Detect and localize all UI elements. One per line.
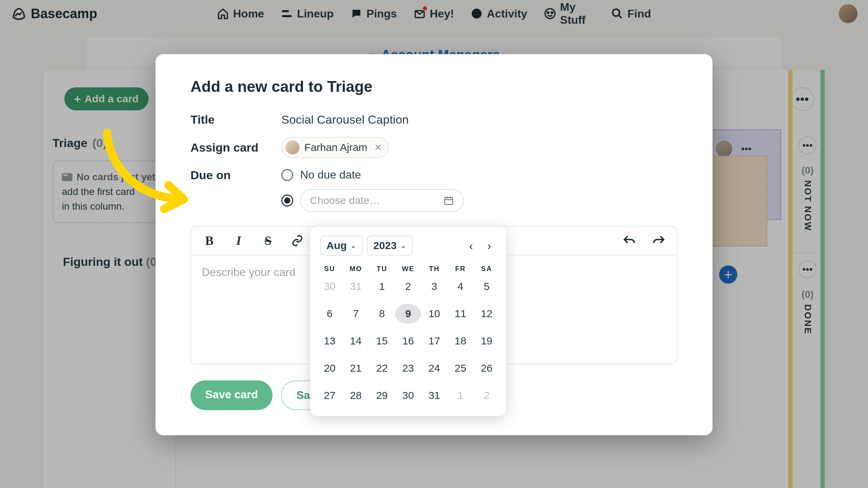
strike-button[interactable]: S xyxy=(260,233,276,248)
chevron-down-icon: ⌄ xyxy=(400,241,406,250)
day-cell[interactable]: 26 xyxy=(473,358,500,378)
dow-cell: TH xyxy=(421,265,447,273)
day-cell[interactable]: 5 xyxy=(473,276,500,297)
due-label: Due on xyxy=(190,168,281,182)
date-picker-header: Aug⌄ 2023⌄ ‹ › xyxy=(317,235,500,261)
prev-month-button[interactable]: ‹ xyxy=(464,239,478,253)
day-cell[interactable]: 12 xyxy=(473,304,500,324)
days-grid: 3031123456789101112131415161718192021222… xyxy=(317,276,500,406)
day-cell[interactable]: 2 xyxy=(395,276,421,297)
assignee-chip-avatar xyxy=(285,140,299,154)
day-cell[interactable]: 1 xyxy=(369,276,395,297)
day-cell[interactable]: 10 xyxy=(421,304,447,324)
day-cell[interactable]: 29 xyxy=(369,385,395,406)
day-cell[interactable]: 4 xyxy=(447,276,473,297)
day-cell[interactable]: 2 xyxy=(473,385,500,406)
radio-unchecked-icon xyxy=(281,169,293,181)
day-cell[interactable]: 31 xyxy=(343,276,369,297)
radio-choose-date[interactable]: Choose date… xyxy=(281,189,464,212)
next-month-button[interactable]: › xyxy=(482,239,496,253)
day-of-week-header: SUMOTUWETHFRSA xyxy=(317,261,500,276)
day-cell[interactable]: 21 xyxy=(343,358,369,378)
day-cell[interactable]: 28 xyxy=(343,385,369,406)
day-cell[interactable]: 23 xyxy=(395,358,421,378)
day-cell[interactable]: 18 xyxy=(447,331,473,351)
year-select[interactable]: 2023⌄ xyxy=(367,235,413,256)
date-picker: Aug⌄ 2023⌄ ‹ › SUMOTUWETHFRSA 3031123456… xyxy=(310,226,506,416)
modal-heading: Add a new card to Triage xyxy=(190,78,678,95)
bold-button[interactable]: B xyxy=(202,233,217,248)
title-input[interactable]: Social Carousel Caption xyxy=(281,113,409,126)
row-assign: Assign card Farhan Ajram ✕ xyxy=(190,137,678,158)
link-button[interactable] xyxy=(290,233,305,248)
day-cell[interactable]: 3 xyxy=(421,276,447,297)
day-cell[interactable]: 25 xyxy=(447,358,473,378)
dow-cell: WE xyxy=(395,265,421,273)
day-cell[interactable]: 1 xyxy=(447,385,473,406)
redo-button[interactable] xyxy=(651,233,666,248)
date-input[interactable]: Choose date… xyxy=(300,189,464,212)
italic-button[interactable]: I xyxy=(231,233,246,248)
radio-no-due-date[interactable]: No due date xyxy=(281,168,464,181)
dow-cell: TU xyxy=(369,265,395,273)
day-cell[interactable]: 11 xyxy=(447,304,473,324)
day-cell[interactable]: 6 xyxy=(317,304,343,324)
day-cell[interactable]: 19 xyxy=(473,331,500,351)
dow-cell: MO xyxy=(343,265,369,273)
month-select[interactable]: Aug⌄ xyxy=(320,235,363,256)
dow-cell: SA xyxy=(473,265,500,273)
date-placeholder: Choose date… xyxy=(310,195,380,206)
title-label: Title xyxy=(190,113,281,126)
save-card-button[interactable]: Save card xyxy=(190,380,273,410)
calendar-icon xyxy=(443,195,454,206)
day-cell[interactable]: 14 xyxy=(343,331,369,351)
dow-cell: FR xyxy=(447,265,473,273)
dow-cell: SU xyxy=(317,265,343,273)
undo-button[interactable] xyxy=(622,233,637,248)
assign-label: Assign card xyxy=(190,141,281,154)
day-cell[interactable]: 22 xyxy=(369,358,395,378)
day-cell[interactable]: 30 xyxy=(395,385,421,406)
chevron-down-icon: ⌄ xyxy=(350,241,356,250)
day-cell[interactable]: 7 xyxy=(343,304,369,324)
remove-assignee-icon[interactable]: ✕ xyxy=(374,142,382,153)
row-due: Due on No due date Choose date… xyxy=(190,168,678,212)
assignee-chip[interactable]: Farhan Ajram ✕ xyxy=(281,137,389,158)
day-cell[interactable]: 27 xyxy=(317,385,343,406)
day-cell[interactable]: 15 xyxy=(369,331,395,351)
day-cell[interactable]: 31 xyxy=(421,385,447,406)
day-cell[interactable]: 24 xyxy=(421,358,447,378)
day-cell[interactable]: 8 xyxy=(369,304,395,324)
radio-checked-icon xyxy=(281,195,293,206)
day-cell[interactable]: 30 xyxy=(317,276,343,297)
assignee-chip-name: Farhan Ajram xyxy=(304,141,367,153)
day-cell[interactable]: 20 xyxy=(317,358,343,378)
day-cell[interactable]: 16 xyxy=(395,331,421,351)
day-cell[interactable]: 13 xyxy=(317,331,343,351)
svg-rect-9 xyxy=(445,197,453,204)
day-cell[interactable]: 9 xyxy=(395,304,421,324)
row-title: Title Social Carousel Caption xyxy=(190,113,678,126)
day-cell[interactable]: 17 xyxy=(421,331,447,351)
